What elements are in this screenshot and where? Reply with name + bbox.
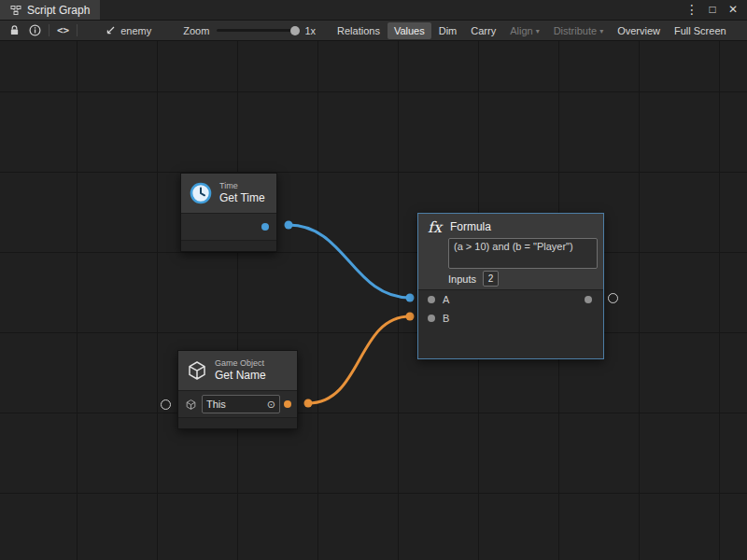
get-name-body: This ⊙ [178, 390, 297, 417]
formula-input-port-a[interactable] [428, 296, 435, 303]
get-time-header: Time Get Time [181, 174, 276, 213]
code-view-button[interactable]: <> [52, 22, 74, 39]
zoom-slider-handle[interactable] [290, 26, 300, 35]
get-time-footer [181, 240, 276, 251]
window-menu-icon[interactable]: ⋮ [682, 0, 702, 20]
get-name-header: Game Object Get Name [178, 351, 297, 390]
dim-button[interactable]: Dim [432, 22, 464, 39]
node-title: Get Name [215, 370, 266, 382]
lock-icon [9, 24, 20, 36]
inputs-count-field[interactable]: 2 [483, 271, 499, 287]
lock-button[interactable] [5, 22, 24, 39]
values-button[interactable]: Values [388, 22, 431, 39]
formula-result-port[interactable] [585, 296, 592, 303]
formula-expression-input[interactable]: (a > 10) and (b = "Player") [448, 238, 598, 269]
graph-icon [10, 5, 21, 16]
get-time-output-port[interactable] [261, 223, 269, 231]
close-icon[interactable]: ✕ [723, 0, 743, 20]
zoom-control: Zoom 1x [183, 25, 316, 36]
graph-breadcrumb[interactable]: enemy [105, 25, 151, 36]
graph-name: enemy [120, 25, 151, 36]
toolbar-divider [49, 24, 49, 36]
wire-get-time-to-formula[interactable] [289, 225, 410, 298]
chevron-down-icon: ▾ [536, 27, 540, 35]
tab-title: Script Graph [27, 4, 90, 17]
node-category: Game Object [215, 359, 266, 369]
get-name-output-port[interactable] [284, 400, 291, 408]
graph-pointer-icon [105, 25, 116, 36]
clock-icon [189, 181, 213, 205]
cube-icon-small [185, 399, 197, 411]
info-button[interactable] [24, 22, 46, 39]
formula-body: A B [418, 289, 603, 358]
distribute-dropdown-button[interactable]: Distribute ▾ [547, 22, 610, 39]
zoom-value: 1x [304, 25, 316, 36]
tab-script-graph[interactable]: Script Graph [0, 0, 100, 20]
port-label: A [443, 294, 449, 305]
code-view-label: <> [57, 24, 69, 36]
zoom-label: Zoom [183, 25, 209, 36]
maximize-icon[interactable]: □ [702, 0, 723, 20]
toolbar-divider [77, 24, 78, 36]
connections-layer [0, 41, 747, 560]
info-icon [29, 24, 41, 36]
target-object-value: This [206, 399, 226, 410]
node-category: Time [219, 182, 265, 191]
wire-get-name-to-formula[interactable] [308, 316, 410, 403]
cube-icon [186, 359, 208, 382]
wire-endpoint-dot [285, 221, 293, 230]
object-picker-icon[interactable]: ⊙ [267, 399, 275, 411]
get-time-titles: Time Get Time [219, 182, 265, 204]
node-get-time[interactable]: Time Get Time [180, 173, 277, 252]
overview-button[interactable]: Overview [611, 22, 667, 39]
titlebar: Script Graph ⋮ □ ✕ [0, 0, 747, 21]
formula-output-port[interactable] [608, 293, 618, 303]
get-name-input-port[interactable] [161, 399, 171, 410]
formula-port-row-a: A [418, 290, 603, 309]
toolbar-buttons: Relations Values Dim Carry Align ▾ Distr… [331, 22, 733, 39]
toolbar: <> enemy Zoom 1x Relations Values Dim Ca… [0, 21, 747, 41]
chevron-down-icon: ▾ [599, 27, 603, 35]
window-controls: ⋮ □ ✕ [682, 0, 747, 20]
formula-input-port-b[interactable] [428, 315, 435, 322]
node-title: Get Time [219, 192, 265, 204]
formula-port-row-b: B [418, 309, 603, 328]
graph-canvas[interactable]: Time Get Time fx Formula (a > 10) and (b… [0, 41, 747, 560]
full-screen-button[interactable]: Full Screen [668, 22, 733, 39]
node-title: Formula [450, 220, 491, 233]
zoom-slider[interactable] [217, 29, 297, 32]
relations-button[interactable]: Relations [331, 22, 387, 39]
wire-endpoint-dot [406, 313, 415, 321]
node-formula[interactable]: fx Formula (a > 10) and (b = "Player") I… [417, 213, 604, 359]
wire-endpoint-dot [406, 294, 415, 302]
fx-icon: fx [428, 218, 442, 236]
formula-header: fx Formula (a > 10) and (b = "Player") I… [418, 214, 603, 289]
target-object-field[interactable]: This ⊙ [202, 395, 280, 413]
node-get-name[interactable]: Game Object Get Name This ⊙ [177, 350, 298, 429]
script-graph-window: Script Graph ⋮ □ ✕ <> [0, 0, 747, 560]
port-label: B [443, 313, 449, 324]
get-name-titles: Game Object Get Name [215, 359, 266, 382]
carry-button[interactable]: Carry [464, 22, 502, 39]
inputs-label: Inputs [448, 273, 476, 285]
align-dropdown-button[interactable]: Align ▾ [503, 22, 545, 39]
get-name-footer [178, 417, 297, 428]
wire-endpoint-dot [304, 399, 313, 408]
get-time-body [181, 213, 276, 240]
